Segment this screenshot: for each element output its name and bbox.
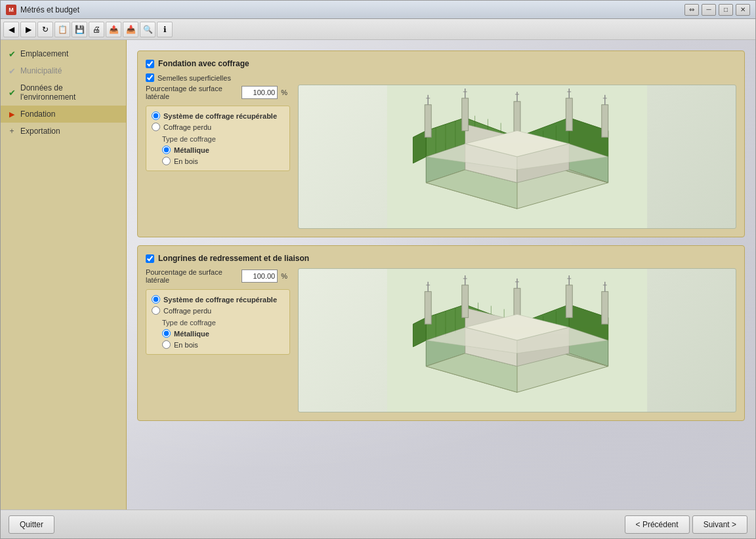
plus-icon-exportation: +: [7, 127, 16, 136]
section1-radio-perdu-label: Coffrage perdu: [163, 123, 211, 131]
svg-rect-25: [462, 98, 469, 131]
sidebar-label-emplacement: Emplacement: [20, 49, 68, 58]
check-icon-donnees: ✔: [7, 88, 16, 97]
sidebar-label-donnees: Données de l'environnement: [20, 83, 119, 102]
toolbar-btn-2[interactable]: ▶: [20, 22, 36, 37]
longrines-title: Longrines de redressement et de liaison: [158, 254, 309, 263]
toolbar-btn-3[interactable]: ↻: [37, 22, 53, 37]
sidebar-item-municipalite[interactable]: ✔ Municipalité: [1, 62, 126, 79]
toolbar-btn-10[interactable]: ℹ: [157, 22, 173, 37]
nav-buttons: < Précédent Suivant >: [625, 515, 747, 534]
quit-button[interactable]: Quitter: [9, 515, 54, 534]
app-icon: M: [6, 5, 16, 15]
toolbar-btn-1[interactable]: ◀: [3, 22, 19, 37]
section1-radio-recuperable-label: Système de coffrage récupérable: [163, 112, 277, 120]
section2-controls: Pourcentage de surface latérale % Systèm…: [146, 268, 290, 355]
section1-image: [298, 85, 736, 229]
section1-radio-metallique-label: Métallique: [174, 146, 209, 154]
section1-percentage-input[interactable]: [242, 86, 278, 99]
section1-body: Pourcentage de surface latérale % Systèm…: [146, 85, 736, 229]
svg-rect-26: [514, 102, 520, 134]
toolbar-btn-5[interactable]: 💾: [72, 22, 87, 37]
section2-radio-bois-input[interactable]: [162, 340, 171, 349]
section-fondation-header: Fondation avec coffrage: [146, 59, 736, 68]
longrines-checkbox[interactable]: [146, 254, 154, 263]
close-btn[interactable]: ✕: [736, 4, 750, 16]
section1-radio-bois: En bois: [162, 157, 284, 165]
section1-radio-bois-label: En bois: [174, 157, 198, 165]
toolbar-btn-4[interactable]: 📋: [54, 22, 70, 37]
toolbar-btn-6[interactable]: 🖨: [89, 22, 104, 37]
content-area: ✔ Emplacement ✔ Municipalité ✔ Données d…: [1, 40, 755, 509]
section1-radio-recuperable: Système de coffrage récupérable: [152, 111, 284, 120]
toolbar-btn-9[interactable]: 🔍: [140, 22, 156, 37]
minimize-btn[interactable]: ─: [702, 4, 716, 16]
section1-3d-image: [298, 85, 736, 229]
svg-rect-65: [462, 285, 469, 318]
section2-radio-recuperable-label: Système de coffrage récupérable: [163, 296, 277, 304]
svg-rect-24: [425, 105, 431, 138]
fondation-checkbox[interactable]: [146, 60, 154, 68]
section1-radio-bois-input[interactable]: [162, 157, 171, 165]
section2-radio-recuperable-input[interactable]: [152, 295, 160, 304]
maximize-btn[interactable]: □: [719, 4, 733, 16]
section2-percentage-label: Pourcentage de surface latérale: [146, 268, 238, 284]
section2-body: Pourcentage de surface latérale % Systèm…: [146, 268, 736, 412]
svg-rect-67: [566, 285, 572, 318]
svg-rect-68: [602, 292, 608, 325]
section1-radio-metallique: Métallique: [162, 146, 284, 154]
svg-rect-64: [425, 292, 431, 325]
sidebar-label-exportation: Exportation: [20, 127, 60, 136]
section1-radio-perdu-input[interactable]: [152, 123, 160, 131]
section1-controls: Pourcentage de surface latérale % Systèm…: [146, 85, 290, 171]
semelles-label: Semelles superficielles: [158, 74, 231, 82]
section2-percentage-input[interactable]: [242, 270, 278, 283]
section2-radio-perdu: Coffrage perdu: [152, 306, 284, 315]
section2-radio-perdu-label: Coffrage perdu: [163, 307, 211, 315]
section2-radio-metallique-label: Métallique: [174, 330, 209, 338]
section-longrines-header: Longrines de redressement et de liaison: [146, 254, 736, 263]
section1-type-label: Type de coffrage: [162, 135, 284, 143]
section2-radio-metallique-input[interactable]: [162, 329, 171, 338]
section2-radio-bois: En bois: [162, 340, 284, 349]
section1-percentage-row: Pourcentage de surface latérale %: [146, 85, 290, 100]
section2-type-label: Type de coffrage: [162, 319, 284, 327]
section1-percentage-label: Pourcentage de surface latérale: [146, 85, 238, 100]
section2-percentage-unit: %: [281, 272, 287, 280]
section-fondation: Fondation avec coffrage Semelles superfi…: [137, 50, 745, 237]
section1-radio-metallique-input[interactable]: [162, 146, 171, 154]
sidebar-label-fondation: Fondation: [20, 110, 55, 119]
previous-button[interactable]: < Précédent: [625, 515, 690, 534]
next-button[interactable]: Suivant >: [692, 515, 747, 534]
window-title: Métrés et budget: [20, 5, 684, 14]
restore-btn[interactable]: ⇔: [684, 4, 699, 16]
section2-radio-recuperable: Système de coffrage récupérable: [152, 295, 284, 304]
sidebar-item-fondation[interactable]: ▶ Fondation: [1, 106, 126, 123]
section2-radio-metallique: Métallique: [162, 329, 284, 338]
section1-radio-perdu: Coffrage perdu: [152, 123, 284, 131]
window-controls: ⇔ ─ □ ✕: [684, 4, 750, 16]
section2-radio-perdu-input[interactable]: [152, 306, 160, 315]
main-window: M Métrés et budget ⇔ ─ □ ✕ ◀ ▶ ↻ 📋 💾 🖨 📤…: [0, 0, 756, 539]
sidebar-item-exportation[interactable]: + Exportation: [1, 123, 126, 140]
section2-radio-group: Système de coffrage récupérable Coffrage…: [146, 289, 290, 355]
semelles-checkbox[interactable]: [146, 73, 154, 82]
section1-percentage-unit: %: [281, 89, 287, 96]
toolbar-btn-8[interactable]: 📥: [123, 22, 138, 37]
sidebar-label-municipalite: Municipalité: [20, 66, 62, 75]
section2-image: [298, 268, 736, 412]
section2-percentage-row: Pourcentage de surface latérale %: [146, 268, 290, 284]
toolbar: ◀ ▶ ↻ 📋 💾 🖨 📤 📥 🔍 ℹ: [1, 19, 755, 40]
sidebar-item-donnees[interactable]: ✔ Données de l'environnement: [1, 79, 126, 106]
section2-radio-bois-label: En bois: [174, 341, 198, 349]
fondation-title: Fondation avec coffrage: [158, 59, 249, 68]
bottom-bar: Quitter < Précédent Suivant >: [1, 509, 755, 538]
section2-3d-image: [298, 268, 736, 412]
section1-radio-group: Système de coffrage récupérable Coffrage…: [146, 106, 290, 171]
toolbar-btn-7[interactable]: 📤: [106, 22, 121, 37]
check-icon-municipalite: ✔: [7, 66, 16, 75]
section1-radio-recuperable-input[interactable]: [152, 111, 160, 120]
sidebar-item-emplacement[interactable]: ✔ Emplacement: [1, 45, 126, 62]
semelles-row: Semelles superficielles: [146, 73, 736, 82]
svg-rect-28: [602, 105, 608, 138]
